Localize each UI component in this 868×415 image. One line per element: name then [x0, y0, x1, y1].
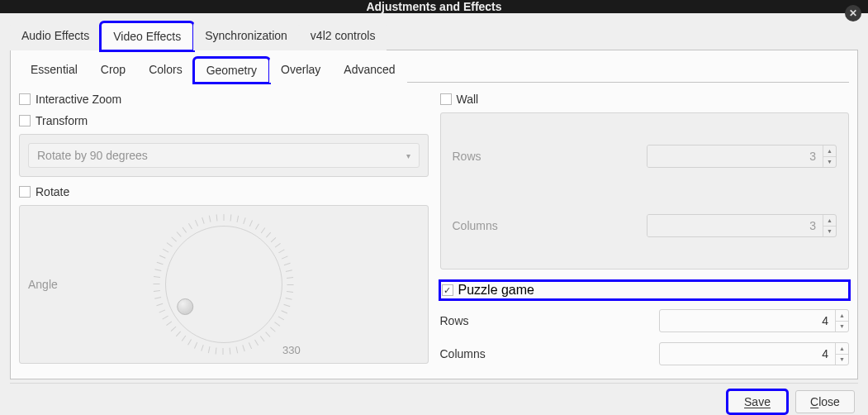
wall-cols-label: Columns [453, 219, 647, 232]
puzzle-cols-input[interactable] [660, 343, 835, 365]
rotate-check[interactable]: Rotate [19, 184, 429, 200]
chevron-down-icon[interactable]: ▼ [823, 227, 836, 237]
puzzle-label: Puzzle game [458, 283, 535, 298]
tab-geometry[interactable]: Geometry [194, 58, 269, 83]
tab-essential[interactable]: Essential [19, 58, 89, 83]
close-icon[interactable]: ✕ [845, 5, 861, 21]
wall-cols-row: Columns ▲ ▼ [453, 214, 837, 237]
interactive-zoom-label: Interactive Zoom [36, 93, 121, 106]
tab-crop[interactable]: Crop [89, 58, 137, 83]
interactive-zoom-check[interactable]: Interactive Zoom [19, 91, 429, 107]
tab-overlay[interactable]: Overlay [269, 58, 332, 83]
checkbox-icon [19, 115, 31, 126]
spinner-buttons: ▲ ▼ [823, 215, 836, 236]
wall-check[interactable]: Wall [440, 91, 850, 107]
wall-rows-row: Rows ▲ ▼ [453, 145, 837, 168]
puzzle-rows-input[interactable] [660, 310, 835, 332]
chevron-up-icon[interactable]: ▲ [836, 343, 848, 355]
angle-dial[interactable]: 330 [154, 214, 294, 355]
puzzle-check[interactable]: Puzzle game [440, 281, 850, 299]
tab-synchronization[interactable]: Synchronization [193, 22, 299, 50]
wall-rows-spin[interactable]: ▲ ▼ [647, 145, 837, 168]
wall-cols-spin[interactable]: ▲ ▼ [647, 214, 837, 237]
puzzle-cols-label: Columns [440, 347, 660, 360]
tab-video-effects[interactable]: Video Effects [101, 22, 193, 50]
dial-knob-icon [177, 298, 193, 315]
wall-rows-label: Rows [453, 150, 647, 163]
rotate-label: Rotate [36, 185, 69, 198]
checkbox-icon [19, 93, 31, 105]
transform-group: Rotate by 90 degrees ▾ [19, 134, 429, 177]
wall-cols-input [647, 215, 823, 236]
dial-ring-icon [165, 226, 282, 343]
geometry-right-col: Wall Rows ▲ ▼ Columns [440, 91, 850, 370]
checkbox-icon [440, 93, 452, 105]
chevron-up-icon[interactable]: ▲ [836, 310, 848, 322]
tab-audio-effects[interactable]: Audio Effects [10, 22, 101, 50]
save-button-label: Save [744, 395, 771, 408]
chevron-up-icon[interactable]: ▲ [823, 145, 836, 157]
puzzle-rows-label: Rows [440, 314, 660, 327]
video-effects-pane: Essential Crop Colors Geometry Overlay A… [10, 50, 858, 379]
checkbox-icon [19, 186, 31, 198]
wall-label: Wall [457, 93, 479, 106]
save-button[interactable]: Save [728, 390, 787, 413]
rotate-group: Angle 330 [19, 205, 429, 364]
geometry-pane: Interactive Zoom Transform Rotate by 90 … [19, 83, 849, 370]
chevron-down-icon[interactable]: ▼ [836, 355, 848, 365]
chevron-down-icon: ▾ [406, 151, 410, 160]
tab-v4l2-controls[interactable]: v4l2 controls [299, 22, 387, 50]
close-button-label: Close [810, 395, 840, 408]
puzzle-cols-spin[interactable]: ▲ ▼ [659, 342, 849, 365]
tabs-main: Audio Effects Video Effects Synchronizat… [10, 21, 858, 50]
puzzle-rows-row: Rows ▲ ▼ [440, 309, 850, 332]
transform-label: Transform [36, 114, 88, 127]
puzzle-rows-spin[interactable]: ▲ ▼ [659, 309, 849, 332]
spinner-buttons: ▲ ▼ [823, 145, 836, 167]
tabs-video-sub: Essential Crop Colors Geometry Overlay A… [19, 57, 849, 83]
titlebar: Adjustments and Effects ✕ [0, 0, 868, 13]
close-button[interactable]: Close [795, 390, 855, 413]
window-title: Adjustments and Effects [366, 0, 501, 13]
transform-check[interactable]: Transform [19, 112, 429, 129]
angle-value: 330 [282, 344, 301, 356]
chevron-down-icon[interactable]: ▼ [823, 157, 836, 168]
spinner-buttons: ▲ ▼ [835, 310, 848, 332]
checkbox-icon [442, 284, 453, 296]
dialog-footer: Save Close [10, 383, 858, 415]
wall-rows-input [647, 145, 823, 167]
transform-select-value: Rotate by 90 degrees [37, 149, 148, 162]
angle-label: Angle [28, 278, 58, 291]
transform-select[interactable]: Rotate by 90 degrees ▾ [28, 143, 420, 168]
puzzle-cols-row: Columns ▲ ▼ [440, 342, 850, 365]
tab-colors[interactable]: Colors [137, 58, 193, 83]
spinner-buttons: ▲ ▼ [835, 343, 848, 365]
content: Audio Effects Video Effects Synchronizat… [0, 13, 868, 415]
wall-group: Rows ▲ ▼ Columns [440, 112, 850, 270]
geometry-left-col: Interactive Zoom Transform Rotate by 90 … [19, 91, 429, 370]
chevron-up-icon[interactable]: ▲ [823, 215, 836, 227]
tab-advanced[interactable]: Advanced [332, 58, 406, 83]
chevron-down-icon[interactable]: ▼ [836, 322, 848, 332]
